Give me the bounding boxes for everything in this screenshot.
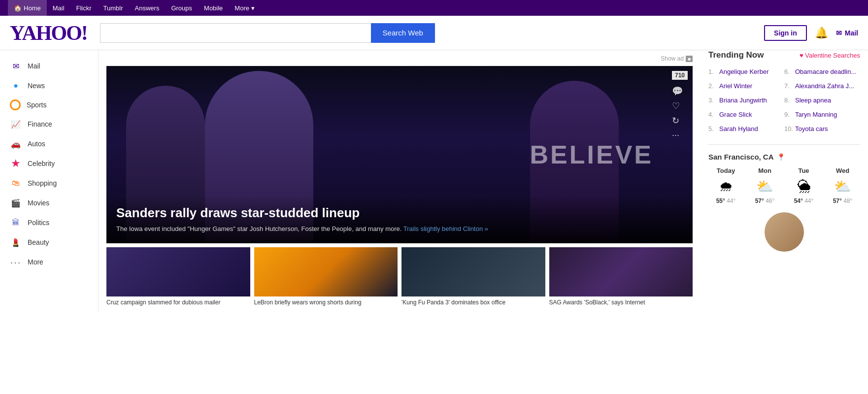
story-description: The Iowa event included "Hunger Games" s… [116,225,683,233]
weather-temps-3: 57° 48° [825,197,860,204]
right-panel: Trending Now ♥ Valentine Searches 1. Ang… [701,50,868,312]
story-comment-count: 710 [672,71,688,80]
trending-link-7[interactable]: Sleep apnea [795,97,831,104]
believe-text: BELIEVE [530,140,654,169]
weather-day-2: Tue 🌦 54° 44° [786,167,821,204]
shopping-icon: 🛍 [10,177,22,189]
trending-item-6[interactable]: 7. Alexandria Zahra J... [784,80,860,92]
weather-temps-2: 54° 44° [786,197,821,204]
share-icon[interactable]: ↻ [672,115,688,126]
mail-header-link[interactable]: ✉ Mail [836,29,858,37]
trending-link-2[interactable]: Briana Jungwirth [719,97,767,104]
weather-day-3: Wed ⛅ 57° 48° [825,167,860,204]
sidebar-item-news[interactable]: ● News [0,76,98,96]
story-trail-link[interactable]: Trails slightly behind Clinton » [403,225,488,232]
valentine-searches[interactable]: ♥ Valentine Searches [800,52,860,59]
thumb-item-2[interactable]: 'Kung Fu Panda 3' dominates box office [401,247,545,307]
weather-day-0: Today 🌧 55° 44° [708,167,743,204]
sidebar-item-shopping[interactable]: 🛍 Shopping [0,173,98,193]
trending-link-8[interactable]: Taryn Manning [795,111,837,118]
trending-item-3[interactable]: 4. Grace Slick [708,109,784,120]
thumb-caption-2: 'Kung Fu Panda 3' dominates box office [401,299,545,307]
beauty-icon: 💄 [10,236,22,248]
show-ad-link[interactable]: Show ad ■ [661,55,693,62]
trending-item-5[interactable]: 6. Obamacare deadlin... [784,66,860,77]
weather-section: San Francisco, CA 📍 Today 🌧 55° 44° Mon … [708,144,860,204]
show-ad-bar: Show ad ■ [106,55,693,62]
thumb-item-0[interactable]: Cruz campaign slammed for dubious mailer [106,247,250,307]
show-ad-icon: ■ [686,56,693,62]
more-icon: ··· [10,256,22,268]
trending-link-6[interactable]: Alexandria Zahra J... [795,82,854,90]
sidebar-item-more[interactable]: ··· More [0,252,98,272]
thumb-item-3[interactable]: SAG Awards 'SoBlack,' says Internet [549,247,693,307]
nav-flickr[interactable]: Flickr [70,0,98,16]
trending-item-2[interactable]: 3. Briana Jungwirth [708,95,784,106]
trending-link-4[interactable]: Sarah Hyland [719,125,758,132]
concert-image: BELIEVE 710 💬 ♡ ↻ ··· Sanders rally draw… [106,66,693,243]
sidebar-item-sports[interactable]: Sports [0,96,98,114]
heart-icon[interactable]: ♡ [672,100,688,111]
header-right: Sign in 🔔 ✉ Mail [764,25,858,41]
trending-item-7[interactable]: 8. Sleep apnea [784,95,860,106]
search-input[interactable] [100,23,371,43]
trending-link-1[interactable]: Ariel Winter [719,82,752,90]
trending-link-5[interactable]: Obamacare deadlin... [795,68,856,75]
thumb-caption-1: LeBron briefly wears wrong shorts during [254,299,398,307]
sidebar-item-politics[interactable]: 🏛 Politics [0,213,98,232]
trending-section: Trending Now ♥ Valentine Searches 1. Ang… [708,50,860,134]
trending-item-8[interactable]: 9. Taryn Manning [784,109,860,120]
weather-day-1: Mon ⛅ 57° 46° [747,167,782,204]
nav-mail[interactable]: Mail [47,0,70,16]
thumb-caption-0: Cruz campaign slammed for dubious mailer [106,299,250,307]
thumb-image-3 [549,247,693,296]
finance-icon: 📈 [10,118,22,130]
site-header: YAHOO! Search Web Sign in 🔔 ✉ Mail [0,16,868,50]
nav-answers[interactable]: Answers [129,0,166,16]
bell-icon[interactable]: 🔔 [815,27,828,39]
mail-icon: ✉ [10,60,22,72]
politics-icon: 🏛 [10,217,22,229]
avatar [765,212,804,252]
mail-envelope-icon: ✉ [836,29,842,37]
search-button[interactable]: Search Web [371,23,435,43]
main-layout: ✉ Mail ● News Sports 📈 Finance 🚗 Autos ★… [0,50,868,312]
sidebar-item-movies[interactable]: 🎬 Movies [0,193,98,213]
celebrity-icon: ★ [10,158,22,169]
thumbnail-row: Cruz campaign slammed for dubious mailer… [106,247,693,307]
trending-link-0[interactable]: Angelique Kerber [719,68,768,75]
main-content: Show ad ■ BELIEVE 710 💬 ♡ ↻ · [99,50,701,312]
sidebar-item-beauty[interactable]: 💄 Beauty [0,232,98,252]
trending-item-0[interactable]: 1. Angelique Kerber [708,66,784,77]
more-options-icon[interactable]: ··· [672,130,688,140]
nav-mobile[interactable]: Mobile [198,0,229,16]
trending-item-9[interactable]: 10. Toyota cars [784,123,860,134]
weather-icon-2: 🌦 [786,178,821,195]
main-story[interactable]: BELIEVE 710 💬 ♡ ↻ ··· Sanders rally draw… [106,66,693,243]
comment-icon[interactable]: 💬 [672,86,688,97]
trending-title: Trending Now [708,50,764,60]
nav-more[interactable]: More ▾ [229,0,260,16]
story-title[interactable]: Sanders rally draws star-studded lineup [116,205,683,221]
thumb-item-1[interactable]: LeBron briefly wears wrong shorts during [254,247,398,307]
sign-in-button[interactable]: Sign in [764,25,807,41]
trending-item-1[interactable]: 2. Ariel Winter [708,80,784,92]
trending-link-3[interactable]: Grace Slick [719,111,752,118]
weather-temps-1: 57° 46° [747,197,782,204]
trending-item-4[interactable]: 5. Sarah Hyland [708,123,784,134]
sports-icon [10,99,21,110]
weather-location[interactable]: San Francisco, CA 📍 [708,153,860,161]
movies-icon: 🎬 [10,197,22,209]
nav-tumblr[interactable]: Tumblr [98,0,129,16]
sidebar-item-finance[interactable]: 📈 Finance [0,114,98,134]
weather-temps-0: 55° 44° [708,197,743,204]
trending-link-9[interactable]: Toyota cars [795,125,828,132]
sidebar-item-mail[interactable]: ✉ Mail [0,56,98,76]
nav-groups[interactable]: Groups [165,0,198,16]
nav-home[interactable]: 🏠 Home [8,0,47,16]
weather-icon-3: ⛅ [825,178,860,195]
sidebar-item-celebrity[interactable]: ★ Celebrity [0,154,98,173]
sidebar: ✉ Mail ● News Sports 📈 Finance 🚗 Autos ★… [0,50,99,312]
avatar-section [708,212,860,252]
sidebar-item-autos[interactable]: 🚗 Autos [0,134,98,154]
